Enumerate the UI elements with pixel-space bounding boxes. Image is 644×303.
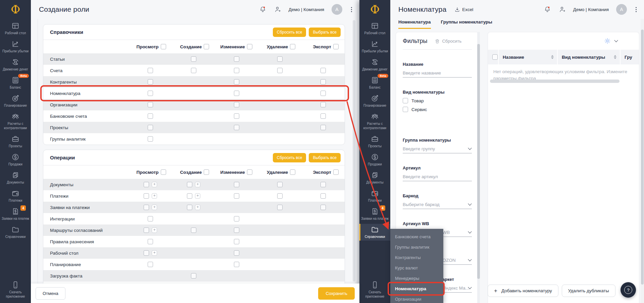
checkbox[interactable] xyxy=(320,125,326,130)
checkbox[interactable] xyxy=(320,193,326,199)
save-button[interactable]: Сохранить xyxy=(318,287,355,300)
tab-Номенклатура[interactable]: Номенклатура xyxy=(398,17,431,29)
sidebar-item-profit-chart[interactable]: Прибыли убытки xyxy=(0,38,31,55)
sidebar-item-payment-requests[interactable]: 4Заявки на платеж xyxy=(0,206,31,222)
column-select-all-checkbox[interactable] xyxy=(333,44,339,49)
checkbox[interactable] xyxy=(320,102,326,107)
help-button[interactable]: ? xyxy=(621,282,636,298)
left-content-scrollbar[interactable] xyxy=(353,20,355,282)
avatar[interactable]: A xyxy=(616,4,627,15)
sidebar-item-desktop[interactable]: Рабочий стол xyxy=(359,20,390,37)
sidebar-item-balance[interactable]: BetaБаланс xyxy=(359,74,390,91)
column-select-all-checkbox[interactable] xyxy=(161,44,166,49)
checkbox[interactable] xyxy=(148,102,153,107)
sidebar-item-sales[interactable]: Продажи xyxy=(359,151,390,168)
checkbox[interactable] xyxy=(144,228,149,233)
filter-input[interactable]: Введите артикул xyxy=(403,172,472,181)
filter-option-Сервис[interactable]: Сервис xyxy=(403,107,472,112)
filter-input[interactable]: Введите группу xyxy=(403,145,472,153)
checkbox[interactable] xyxy=(144,182,149,187)
account-name[interactable]: Демо | Компания xyxy=(573,7,609,12)
sidebar-item-projects[interactable]: Проекты xyxy=(0,133,31,150)
sidebar-item-sales[interactable]: Продажи xyxy=(0,151,31,168)
column-select-all-checkbox[interactable] xyxy=(247,169,252,175)
checkbox[interactable] xyxy=(277,205,283,210)
checkbox[interactable] xyxy=(320,182,326,187)
sidebar-item-planning[interactable]: Планирование xyxy=(0,93,31,109)
checkbox[interactable] xyxy=(403,107,408,112)
column-select-all-checkbox[interactable] xyxy=(204,44,209,49)
checkbox[interactable] xyxy=(148,136,153,142)
column-select-all-checkbox[interactable] xyxy=(290,44,295,49)
select-all-button[interactable]: Выбрать все xyxy=(309,153,341,162)
sort-icon[interactable] xyxy=(614,55,616,59)
sidebar-item-directories[interactable]: Справочники xyxy=(359,224,390,241)
checkbox[interactable] xyxy=(277,182,283,187)
checkbox[interactable] xyxy=(234,193,239,199)
checkbox[interactable] xyxy=(234,182,239,187)
tab-Группы номенклатуры[interactable]: Группы номенклатуры xyxy=(441,17,492,29)
add-nomenclature-button[interactable]: + Добавить номенклатуру xyxy=(488,285,558,297)
sidebar-item-desktop[interactable]: Рабочий стол xyxy=(0,20,31,37)
delete-duplicates-button[interactable]: Удалить дубликаты xyxy=(562,285,615,297)
checkbox[interactable] xyxy=(320,205,326,210)
cancel-button[interactable]: Отмена xyxy=(36,287,65,300)
sidebar-item-balance[interactable]: BetaБаланс xyxy=(0,74,31,91)
sidebar-item-money-flow[interactable]: Движение денег xyxy=(0,56,31,73)
checkbox[interactable] xyxy=(234,113,239,119)
checkbox[interactable] xyxy=(234,56,239,62)
kebab-menu-icon[interactable] xyxy=(350,6,353,13)
checkbox[interactable] xyxy=(277,193,283,199)
checkbox[interactable] xyxy=(320,113,326,119)
chevron-down-icon[interactable] xyxy=(468,230,472,233)
expand-plus-button[interactable]: + xyxy=(195,193,200,199)
submenu-item-Номенклатура[interactable]: Номенклатура xyxy=(390,284,443,294)
submenu-item-Менеджеры[interactable]: Менеджеры xyxy=(390,273,443,284)
checkbox[interactable] xyxy=(191,273,196,279)
sidebar-item-money-flow[interactable]: Движение денег xyxy=(359,56,390,73)
checkbox[interactable] xyxy=(234,102,239,107)
select-all-button[interactable]: Выбрать все xyxy=(309,28,341,37)
checkbox[interactable] xyxy=(148,216,153,221)
expand-plus-button[interactable]: + xyxy=(152,228,157,233)
submenu-item-Курс валют[interactable]: Курс валют xyxy=(390,263,443,273)
gear-icon[interactable] xyxy=(604,38,611,44)
reset-all-button[interactable]: Сбросить все xyxy=(273,28,306,37)
checkbox[interactable] xyxy=(234,239,239,244)
submenu-item-Группы аналитик[interactable]: Группы аналитик xyxy=(390,242,443,252)
checkbox[interactable] xyxy=(148,91,153,96)
chevron-down-icon[interactable] xyxy=(468,202,472,205)
checkbox[interactable] xyxy=(187,193,192,199)
kebab-menu-icon[interactable] xyxy=(634,6,638,13)
app-logo[interactable]: Ф xyxy=(359,0,390,19)
bell-icon[interactable] xyxy=(259,6,266,13)
sidebar-item-profit-chart[interactable]: Прибыли убытки xyxy=(359,38,390,55)
sidebar-item-payments[interactable]: Платежи xyxy=(0,188,31,204)
expand-plus-button[interactable]: + xyxy=(152,182,157,187)
checkbox[interactable] xyxy=(148,125,153,130)
column-select-all-checkbox[interactable] xyxy=(290,169,295,175)
expand-plus-button[interactable]: + xyxy=(195,182,200,187)
sort-icon[interactable] xyxy=(551,55,554,59)
checkbox[interactable] xyxy=(191,228,196,233)
expand-plus-button[interactable]: + xyxy=(152,193,157,199)
bell-icon[interactable] xyxy=(544,6,551,13)
checkbox[interactable] xyxy=(187,182,192,187)
checkbox[interactable] xyxy=(234,91,239,96)
select-all-checkbox[interactable] xyxy=(492,54,498,60)
checkbox[interactable] xyxy=(144,193,149,199)
expand-plus-button[interactable]: + xyxy=(195,205,200,210)
checkbox[interactable] xyxy=(403,98,408,103)
filters-scrollbar[interactable] xyxy=(477,32,480,303)
checkbox[interactable] xyxy=(234,68,239,73)
filter-input[interactable]: Введите название xyxy=(403,69,472,78)
checkbox[interactable] xyxy=(320,79,326,85)
page-scrollbar-thumb[interactable] xyxy=(641,30,644,285)
account-name[interactable]: Демо | Компания xyxy=(289,7,324,12)
app-logo[interactable]: Ф xyxy=(0,0,31,19)
checkbox[interactable] xyxy=(234,216,239,221)
checkbox[interactable] xyxy=(144,250,149,256)
checkbox[interactable] xyxy=(148,79,153,85)
checkbox[interactable] xyxy=(148,239,153,244)
submenu-item-Организации[interactable]: Организации xyxy=(390,294,443,303)
